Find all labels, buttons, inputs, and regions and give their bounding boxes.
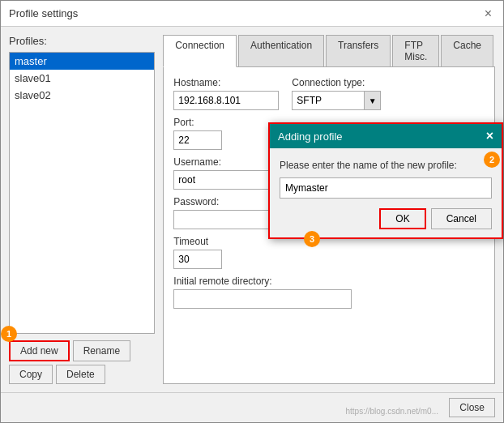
- add-new-container: 1 Add new: [9, 340, 70, 361]
- modal-buttons: 3 OK Cancel: [280, 208, 492, 229]
- new-profile-name-input[interactable]: [280, 177, 492, 199]
- copy-button[interactable]: Copy: [9, 365, 53, 384]
- timeout-group: Timeout: [173, 236, 485, 269]
- hostname-group: Hostname:: [173, 77, 279, 110]
- hostname-input[interactable]: [173, 91, 279, 110]
- connection-type-dropdown-arrow[interactable]: ▼: [365, 91, 381, 110]
- main-window: Profile settings × Profiles: master slav…: [0, 0, 504, 423]
- username-input[interactable]: [173, 170, 279, 190]
- window-title: Profile settings: [9, 7, 78, 19]
- profiles-list: master slave01 slave02: [9, 52, 155, 334]
- rename-button[interactable]: Rename: [73, 340, 130, 361]
- title-bar: Profile settings ×: [1, 1, 503, 27]
- hostname-label: Hostname:: [173, 77, 279, 88]
- modal-cancel-button[interactable]: Cancel: [431, 208, 492, 229]
- annotation-circle-1: 1: [1, 326, 17, 342]
- profile-item-slave02[interactable]: slave02: [10, 87, 154, 104]
- profile-item-master[interactable]: master: [10, 53, 154, 70]
- delete-button[interactable]: Delete: [56, 365, 105, 384]
- connection-type-input[interactable]: [292, 91, 365, 110]
- modal-body: Please enter the name of the new profile…: [270, 148, 502, 237]
- window-close-button[interactable]: ×: [481, 7, 495, 20]
- add-new-button[interactable]: Add new: [9, 340, 70, 361]
- modal-dialog: Adding profile × Please enter the name o…: [268, 122, 503, 239]
- watermark: https://blog.csdn.net/m0...: [345, 407, 438, 416]
- profile-buttons: 1 Add new Rename Copy Delete: [9, 340, 155, 384]
- tab-connection[interactable]: Connection: [163, 35, 237, 67]
- password-input[interactable]: [173, 210, 279, 229]
- profile-item-slave01[interactable]: slave01: [10, 70, 154, 87]
- tabs-bar: Connection Authentication Transfers FTP …: [163, 35, 495, 67]
- connection-type-select: ▼: [292, 91, 381, 110]
- connection-type-label: Connection type:: [292, 77, 381, 88]
- tab-cache[interactable]: Cache: [441, 35, 493, 66]
- initial-dir-group: Initial remote directory:: [173, 276, 485, 309]
- modal-title: Adding profile: [278, 130, 343, 143]
- profiles-label: Profiles:: [9, 35, 155, 47]
- hostname-row: Hostname: Connection type: ▼: [173, 77, 485, 110]
- tab-ftp-misc[interactable]: FTP Misc.: [392, 35, 439, 66]
- annotation-circle-2: 2: [484, 152, 500, 168]
- modal-title-bar: Adding profile ×: [270, 124, 502, 148]
- timeout-input[interactable]: [173, 250, 222, 269]
- modal-close-button[interactable]: ×: [486, 129, 493, 143]
- tab-authentication[interactable]: Authentication: [238, 35, 324, 66]
- initial-dir-input[interactable]: [173, 289, 352, 309]
- connection-type-group: Connection type: ▼: [292, 77, 381, 110]
- tab-transfers[interactable]: Transfers: [326, 35, 391, 66]
- port-input[interactable]: [173, 130, 222, 150]
- bottom-bar: https://blog.csdn.net/m0... Close: [1, 392, 503, 422]
- annotation-circle-3: 3: [304, 231, 320, 247]
- initial-dir-label: Initial remote directory:: [173, 276, 485, 287]
- modal-message: Please enter the name of the new profile…: [280, 160, 492, 171]
- close-button[interactable]: Close: [449, 398, 495, 417]
- left-panel: Profiles: master slave01 slave02 1 Add n…: [9, 35, 155, 384]
- modal-ok-button[interactable]: OK: [379, 208, 425, 229]
